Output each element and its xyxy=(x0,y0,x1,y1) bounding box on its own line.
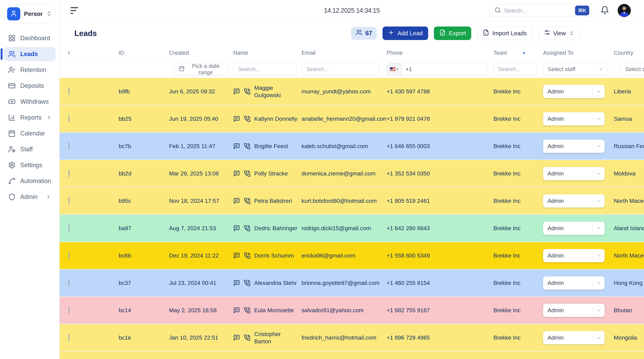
table-row[interactable]: bc14May 2, 2025 16:58Eula Morissettesalv… xyxy=(60,297,644,324)
message-square-icon[interactable] xyxy=(233,198,240,204)
column-header-phone[interactable]: Phone xyxy=(386,50,494,56)
phone-call-icon[interactable] xyxy=(244,115,250,122)
row-checkbox[interactable] xyxy=(68,279,70,287)
lead-email: kurt.botsford80@hotmail.com xyxy=(302,198,386,204)
phone-call-icon[interactable] xyxy=(244,252,250,259)
phone-call-icon[interactable] xyxy=(244,280,250,286)
message-square-icon[interactable] xyxy=(233,252,240,259)
assigned-to-select[interactable]: Admin xyxy=(543,304,604,317)
table-row[interactable]: ba97Aug 7, 2024 21:53Dedric Bahringerrod… xyxy=(60,215,644,242)
lead-country: Samoa xyxy=(614,115,644,122)
sidebar-item-staff[interactable]: Staff xyxy=(4,142,56,156)
assigned-to-select[interactable]: Admin xyxy=(543,222,604,235)
export-button[interactable]: Export xyxy=(434,26,471,40)
phone-call-icon[interactable] xyxy=(244,225,250,232)
table-row[interactable]: bc37Jul 23, 2024 00:41Alexandria Stehrbr… xyxy=(60,270,644,297)
row-checkbox[interactable] xyxy=(68,170,70,177)
team-filter-input[interactable] xyxy=(494,63,537,76)
phone-call-icon[interactable] xyxy=(244,198,250,204)
table-row[interactable]: bc7bFeb 1, 2025 11:47Brigitte Feestkaleb… xyxy=(60,133,644,160)
sidebar-item-admin[interactable]: Admin xyxy=(4,190,56,204)
column-header-team[interactable]: Team xyxy=(494,50,543,56)
row-checkbox[interactable] xyxy=(68,142,70,150)
app-root: Persona... DashboardLeadsRetentionDeposi… xyxy=(0,0,644,359)
phone-call-icon[interactable] xyxy=(244,334,250,341)
column-header-name[interactable]: Name xyxy=(233,50,302,56)
sidebar-item-calendar[interactable]: Calendar xyxy=(4,126,56,140)
user-avatar[interactable] xyxy=(618,4,631,17)
global-search-input[interactable] xyxy=(504,7,572,14)
message-square-icon[interactable] xyxy=(233,88,240,95)
sidebar-item-deposits[interactable]: Deposits xyxy=(4,79,56,93)
date-range-filter-button[interactable]: Pick a date range xyxy=(174,63,228,76)
phone-call-icon[interactable] xyxy=(244,307,250,314)
table-row[interactable]: bc1eJan 10, 2025 22:51Cristopher Bartonf… xyxy=(60,324,644,352)
row-checkbox[interactable] xyxy=(68,252,70,259)
phone-call-icon[interactable] xyxy=(244,170,250,177)
assigned-to-select[interactable]: Admin xyxy=(543,249,604,262)
lead-email: anabelle_hermann20@gmail.com xyxy=(302,115,386,122)
row-checkbox[interactable] xyxy=(68,115,70,122)
table-row[interactable]: bb25Jun 19, 2025 05:40Katlynn Donnellyan… xyxy=(60,105,644,133)
message-square-icon[interactable] xyxy=(233,170,240,177)
notifications-bell-icon[interactable] xyxy=(600,6,609,15)
assigned-to-select[interactable]: Admin xyxy=(543,85,604,98)
table-row[interactable]: b9fbJun 6, 2025 09:32Maggie Gulgowskimur… xyxy=(60,78,644,105)
sidebar-item-leads[interactable]: Leads xyxy=(4,47,56,61)
row-checkbox[interactable] xyxy=(68,88,70,95)
lead-team: Brekke Inc xyxy=(494,143,543,149)
datetime-display: 14.12.2025 14:34:15 xyxy=(324,7,380,14)
column-header-country[interactable]: Country xyxy=(614,50,644,56)
phone-call-icon[interactable] xyxy=(244,88,250,95)
phone-call-icon[interactable] xyxy=(244,143,250,150)
sidebar-item-withdraws[interactable]: Withdraws xyxy=(4,95,56,109)
assigned-to-select[interactable]: Admin xyxy=(543,276,604,290)
view-options-button[interactable]: View xyxy=(538,26,580,40)
import-leads-button[interactable]: Import Leads xyxy=(477,26,532,40)
message-square-icon[interactable] xyxy=(233,280,240,286)
lead-team: Brekke Inc xyxy=(494,225,543,232)
country-filter-select[interactable]: Select country xyxy=(620,63,644,76)
row-checkbox[interactable] xyxy=(68,334,70,341)
lead-email: friedrich_harris@hotmail.com xyxy=(302,334,386,341)
assigned-to-select[interactable]: Admin xyxy=(543,112,604,125)
message-square-icon[interactable] xyxy=(233,225,240,232)
assigned-to-select[interactable]: Admin xyxy=(543,331,604,344)
message-square-icon[interactable] xyxy=(233,143,240,150)
column-header-id[interactable]: ID xyxy=(119,50,169,56)
sidebar-toggle-button[interactable] xyxy=(70,7,79,14)
message-square-icon[interactable] xyxy=(233,334,240,341)
staff-filter-select[interactable]: Select staff xyxy=(543,63,608,76)
table-row[interactable]: bb2dMar 29, 2025 13:06Polly Strackedomen… xyxy=(60,160,644,187)
table-row[interactable]: bc6bDec 19, 2024 11:22Dorris Schummerick… xyxy=(60,242,644,270)
assigned-to-select[interactable]: Admin xyxy=(543,140,604,153)
phone-filter-input[interactable] xyxy=(402,66,487,72)
row-checkbox[interactable] xyxy=(68,307,70,314)
main-area: 14.12.2025 14:34:15 ⌘K xyxy=(60,0,644,359)
message-square-icon[interactable] xyxy=(233,115,240,122)
name-filter-input[interactable] xyxy=(233,63,297,76)
workspace-selector[interactable]: Persona... xyxy=(4,4,56,23)
column-header-assigned-to[interactable]: Assigned To xyxy=(543,50,614,56)
row-checkbox[interactable] xyxy=(68,224,70,232)
message-square-icon[interactable] xyxy=(233,307,240,314)
select-all-checkbox[interactable] xyxy=(68,51,70,55)
row-checkbox[interactable] xyxy=(68,197,70,205)
sidebar-item-dashboard[interactable]: Dashboard xyxy=(4,31,56,45)
table-row[interactable]: b95cNov 18, 2024 17:57Petra Balistreriku… xyxy=(60,187,644,215)
sidebar-item-reports[interactable]: Reports xyxy=(4,110,56,125)
column-header-created[interactable]: Created xyxy=(169,50,233,56)
sidebar-item-settings[interactable]: Settings xyxy=(4,158,56,172)
add-lead-button[interactable]: Add Lead xyxy=(382,26,428,40)
lead-phone: +1 805 519 2461 xyxy=(386,198,494,204)
column-header-email[interactable]: Email xyxy=(302,50,386,56)
assigned-to-select[interactable]: Admin xyxy=(543,167,604,180)
email-filter-input[interactable] xyxy=(302,63,379,76)
phone-country-code-select[interactable]: ▾ xyxy=(387,63,402,75)
lead-id: bc6b xyxy=(119,252,169,259)
assigned-to-select[interactable]: Admin xyxy=(543,194,604,208)
sidebar-item-automation[interactable]: Automation xyxy=(4,174,56,188)
page-header: Leads 67 Add Lead Export Import Leads xyxy=(60,21,644,45)
sidebar-item-retention[interactable]: Retention xyxy=(4,63,56,77)
table-filter-row: Pick a date range ▾ xyxy=(60,61,644,78)
